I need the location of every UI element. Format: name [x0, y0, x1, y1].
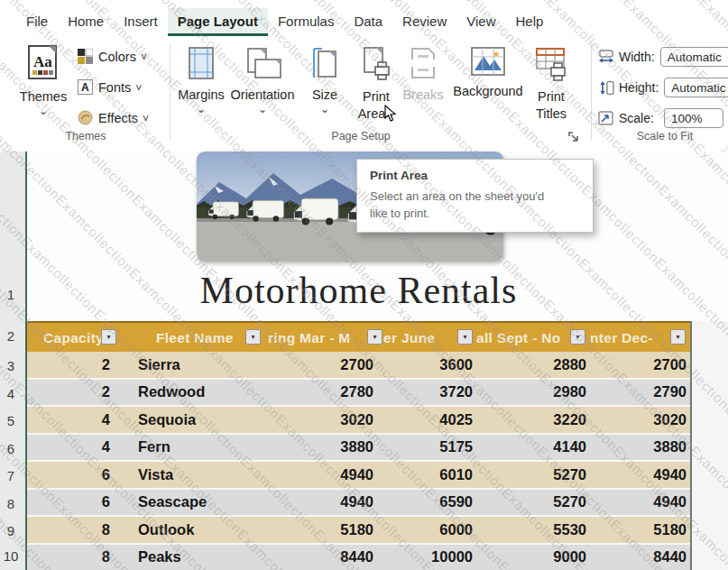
tab-home[interactable]: Home	[58, 8, 114, 36]
cell-value[interactable]: 5180	[591, 521, 690, 538]
tab-help[interactable]: Help	[506, 8, 554, 36]
cell-value[interactable]: 9000	[476, 548, 591, 565]
page-setup-group-label: Page Setup	[331, 130, 390, 142]
print-area-button-label-1: Print	[363, 89, 390, 105]
row-header-6[interactable]: 6	[0, 441, 22, 456]
cell-value[interactable]: 2880	[476, 356, 591, 373]
cell-value[interactable]: 6000	[386, 521, 476, 538]
cell-value[interactable]: 5180	[271, 521, 386, 538]
width-value-select[interactable]: Automatic	[660, 47, 728, 67]
row-header-8[interactable]: 8	[0, 496, 22, 511]
cell-value[interactable]: 5270	[476, 466, 591, 483]
cell-fleet-name[interactable]: Sequoia	[134, 411, 271, 428]
cell-value[interactable]: 2780	[271, 383, 386, 400]
cell-fleet-name[interactable]: Seascape	[134, 493, 271, 510]
row-header-3[interactable]: 3	[0, 358, 22, 373]
group-separator	[170, 43, 170, 141]
scale-value-input[interactable]: 100%	[664, 108, 723, 128]
print-titles-button[interactable]: Print Titles	[529, 47, 574, 122]
cell-capacity[interactable]: 4	[27, 411, 134, 428]
tab-insert[interactable]: Insert	[114, 8, 168, 36]
cell-value[interactable]: 3220	[476, 411, 591, 428]
print-titles-button-label-1: Print	[538, 89, 565, 105]
cell-value[interactable]: 3880	[591, 438, 690, 455]
cell-capacity[interactable]: 2	[27, 383, 134, 400]
cell-value[interactable]: 4940	[271, 493, 386, 510]
row-header-9[interactable]: 9	[0, 523, 22, 538]
effects-button[interactable]: Effects ˅	[78, 110, 149, 125]
filter-dropdown-button-5[interactable]: ▾	[570, 329, 585, 345]
breaks-button[interactable]: Breaks	[402, 47, 444, 104]
tab-formulas[interactable]: Formulas	[268, 8, 345, 36]
cell-fleet-name[interactable]: Vista	[134, 466, 271, 483]
margins-button[interactable]: Margins ⌄	[179, 47, 224, 113]
cell-value[interactable]: 3600	[386, 356, 476, 373]
cell-fleet-name[interactable]: Sierra	[134, 356, 271, 373]
cell-value[interactable]: 3880	[271, 438, 386, 455]
cell-value[interactable]: 5175	[386, 438, 476, 455]
cell-value[interactable]: 3020	[271, 411, 386, 428]
row-header-5[interactable]: 5	[0, 413, 22, 428]
cell-value[interactable]: 2700	[271, 356, 386, 373]
background-button[interactable]: Background	[451, 47, 525, 100]
print-titles-icon	[535, 47, 567, 85]
cell-value[interactable]: 4940	[591, 493, 690, 510]
cell-value[interactable]: 2980	[476, 383, 591, 400]
fonts-button[interactable]: A Fonts ˅	[78, 79, 142, 95]
cell-value[interactable]: 5270	[476, 493, 591, 510]
row-header-1[interactable]: 1	[0, 287, 22, 302]
tab-page-layout[interactable]: Page Layout	[168, 8, 268, 36]
filter-dropdown-button-3[interactable]: ▾	[367, 329, 382, 345]
cell-value[interactable]: 3020	[591, 411, 690, 428]
cell-value[interactable]: 4940	[271, 466, 386, 483]
row-header-10[interactable]: 10	[0, 548, 22, 564]
cell-capacity[interactable]: 8	[27, 548, 134, 565]
cell-fleet-name[interactable]: Peaks	[134, 548, 271, 565]
cell-value[interactable]: 2790	[591, 383, 690, 400]
chevron-down-icon: ⌄	[320, 106, 329, 113]
cell-value[interactable]: 6590	[386, 493, 476, 510]
themes-button[interactable]: Aa Themes ⌄	[16, 45, 70, 115]
cell-capacity[interactable]: 4	[27, 438, 134, 455]
filter-dropdown-button-4[interactable]: ▾	[457, 329, 473, 345]
tab-data[interactable]: Data	[344, 8, 392, 36]
page-setup-dialog-launcher-icon[interactable]	[568, 131, 580, 147]
filter-dropdown-button-6[interactable]: ▾	[670, 329, 686, 345]
filter-dropdown-button-1[interactable]: ▾	[101, 329, 116, 345]
fonts-button-label: Fonts	[98, 80, 131, 95]
row-header-4[interactable]: 4	[0, 386, 22, 401]
background-button-label: Background	[453, 84, 522, 99]
row-header-7[interactable]: 7	[0, 468, 22, 483]
cell-fleet-name[interactable]: Fern	[134, 438, 271, 455]
table-row: 2Redwood2780372029802790	[27, 380, 690, 408]
orientation-button[interactable]: Orientation ⌄	[227, 47, 298, 113]
cell-value[interactable]: 4140	[476, 438, 591, 455]
row-header-2[interactable]: 2	[0, 328, 22, 344]
cell-value[interactable]: 2700	[591, 356, 690, 373]
cell-value[interactable]: 8440	[271, 548, 386, 565]
cell-value[interactable]: 4025	[386, 411, 476, 428]
cell-value[interactable]: 6010	[386, 466, 476, 483]
cell-value[interactable]: 4940	[591, 466, 690, 483]
cell-capacity[interactable]: 8	[27, 521, 134, 538]
cell-value[interactable]: 5530	[476, 521, 591, 538]
ribbon-tab-bar: File Home Insert Page Layout Formulas Da…	[0, 0, 728, 36]
cell-capacity[interactable]: 2	[27, 356, 134, 373]
filter-dropdown-button-2[interactable]: ▾	[245, 329, 261, 345]
size-button[interactable]: Size ⌄	[305, 47, 345, 113]
height-value-select[interactable]: Automatic	[664, 78, 728, 97]
column-header-6: nter Dec-	[590, 330, 653, 346]
tab-review[interactable]: Review	[392, 8, 456, 36]
tab-view[interactable]: View	[456, 8, 505, 36]
tab-file[interactable]: File	[16, 8, 58, 36]
cell-value[interactable]: 8440	[591, 548, 690, 565]
sheet-title[interactable]: Motorhome Rentals	[27, 269, 690, 312]
cell-value[interactable]: 3720	[386, 383, 476, 400]
table-row: 4Sequoia3020402532203020	[27, 407, 690, 435]
cell-value[interactable]: 10000	[386, 548, 476, 565]
colors-button[interactable]: Colors ˅	[78, 49, 147, 64]
cell-fleet-name[interactable]: Redwood	[134, 383, 271, 400]
cell-capacity[interactable]: 6	[27, 466, 134, 483]
cell-fleet-name[interactable]: Outlook	[134, 521, 271, 538]
cell-capacity[interactable]: 6	[27, 493, 134, 510]
